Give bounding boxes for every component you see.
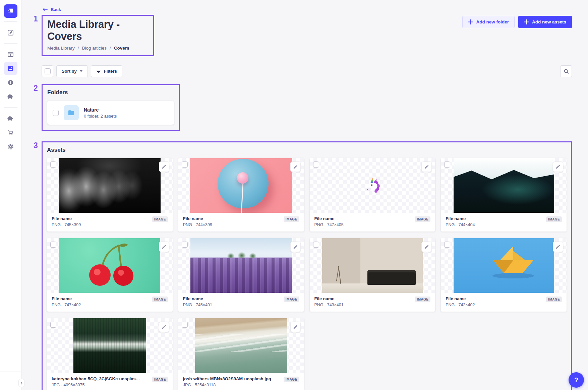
- select-all-checkbox[interactable]: [45, 68, 51, 74]
- strapi-logo[interactable]: [4, 4, 17, 18]
- filters-button[interactable]: Filters: [91, 65, 122, 77]
- sidebar-item-documentation[interactable]: [4, 76, 17, 89]
- sort-by-button[interactable]: Sort by: [56, 65, 88, 77]
- asset-thumbnail-lollipop: [178, 158, 304, 213]
- asset-card: File name PNG - 744×399 IMAGE: [178, 158, 304, 232]
- asset-edit-button[interactable]: [290, 161, 301, 172]
- annotation-box-1: 1 Media Library - Covers Media Library /…: [42, 15, 154, 56]
- plus-icon: [524, 19, 529, 24]
- filter-icon: [96, 69, 101, 73]
- sidebar-item-marketplace-plugins[interactable]: [4, 112, 17, 125]
- asset-checkbox[interactable]: [50, 161, 56, 168]
- asset-checkbox[interactable]: [444, 161, 450, 168]
- asset-edit-button[interactable]: [421, 161, 432, 172]
- breadcrumb: Media Library / Blog articles / Covers: [47, 46, 149, 51]
- asset-edit-button[interactable]: [553, 161, 563, 172]
- sort-by-label: Sort by: [62, 69, 77, 74]
- arrow-left-icon: [43, 7, 48, 11]
- pencil-icon: [424, 244, 429, 249]
- asset-edit-button[interactable]: [290, 322, 301, 332]
- folder-card-nature[interactable]: Nature 0 folder, 2 assets: [47, 101, 174, 125]
- asset-checkbox[interactable]: [182, 242, 188, 248]
- asset-name: File name: [446, 216, 475, 221]
- asset-edit-button[interactable]: [159, 322, 169, 332]
- sidebar-divider: [4, 21, 17, 22]
- asset-edit-button[interactable]: [553, 242, 563, 252]
- asset-thumbnail-iceberg: [441, 158, 567, 213]
- assets-heading: Assets: [47, 147, 567, 153]
- asset-name: File name: [446, 296, 475, 301]
- asset-thumbnail-lavender: [178, 238, 304, 293]
- asset-meta: JPG - 4096×3075: [52, 383, 142, 387]
- asset-edit-button[interactable]: [421, 242, 432, 252]
- asset-edit-button[interactable]: [159, 242, 169, 252]
- asset-thumbnail-band-photo: [47, 158, 173, 213]
- asset-meta: PNG - 745×399: [52, 222, 81, 227]
- add-new-folder-label: Add new folder: [476, 19, 509, 24]
- sidebar-item-plugins[interactable]: [4, 90, 17, 103]
- gear-icon: [7, 143, 14, 150]
- filters-label: Filters: [104, 69, 117, 74]
- folders-heading: Folders: [47, 89, 174, 96]
- breadcrumb-media-library[interactable]: Media Library: [47, 46, 75, 51]
- info-icon: [7, 79, 14, 86]
- asset-edit-button[interactable]: [290, 242, 301, 252]
- forest-lake-image: [73, 318, 146, 373]
- breadcrumb-blog-articles[interactable]: Blog articles: [82, 46, 107, 51]
- folder-info: Nature 0 folder, 2 assets: [84, 107, 117, 119]
- asset-thumbnail-forest-lake: [47, 318, 173, 373]
- asset-card: kateryna-kokhan-5CQ_3CjSGKc-unsplash.jpg…: [47, 318, 173, 390]
- asset-checkbox[interactable]: [444, 242, 450, 248]
- asset-card: File name PNG - 743×401 IMAGE: [310, 238, 435, 312]
- asset-name: File name: [52, 296, 81, 301]
- asset-thumbnail-beach-aerial: [178, 318, 304, 373]
- sidebar-item-media-library[interactable]: [4, 62, 17, 75]
- cherries-art: [59, 238, 160, 293]
- asset-type-badge: IMAGE: [152, 377, 168, 382]
- asset-type-badge: IMAGE: [415, 216, 430, 222]
- assets-grid: File name PNG - 745×399 IMAGE: [47, 158, 567, 390]
- sidebar-divider: [4, 107, 17, 108]
- sidebar-item-marketplace[interactable]: [4, 126, 17, 139]
- asset-edit-button[interactable]: [159, 161, 169, 172]
- select-all-checkbox-button[interactable]: [42, 65, 53, 77]
- asset-checkbox[interactable]: [182, 161, 188, 168]
- add-new-assets-button[interactable]: Add new assets: [518, 16, 572, 28]
- section-divider: [42, 137, 572, 137]
- annotation-box-2: 2 Folders Nature 0 folder, 2 assets: [42, 84, 180, 131]
- main-content: Back 1 Media Library - Covers Media Libr…: [21, 0, 588, 390]
- asset-checkbox[interactable]: [313, 242, 319, 248]
- annotation-label-3: 3: [34, 141, 38, 150]
- sidebar-item-settings[interactable]: [4, 140, 17, 153]
- beach-aerial-image: [195, 318, 287, 373]
- asset-meta: PNG - 744×399: [183, 222, 212, 227]
- folder-checkbox[interactable]: [53, 110, 59, 116]
- asset-card: File name PNG - 745×401 IMAGE: [178, 238, 304, 312]
- asset-thumbnail-paper-boat: [441, 238, 567, 293]
- sidebar-item-content-manager[interactable]: [4, 26, 17, 39]
- asset-name: josh-withers-MBNx8O2S9AM-unsplash.jpg: [183, 376, 271, 381]
- back-link[interactable]: Back: [43, 7, 61, 12]
- add-new-folder-button[interactable]: Add new folder: [462, 16, 515, 28]
- band-photo-image: [59, 158, 161, 213]
- folder-name: Nature: [84, 107, 117, 113]
- folder-icon: [67, 109, 75, 117]
- search-button[interactable]: [560, 65, 572, 77]
- asset-name: kateryna-kokhan-5CQ_3CjSGKc-unsplash.jpg: [52, 376, 142, 381]
- puzzle-icon: [7, 93, 14, 100]
- asset-checkbox[interactable]: [182, 322, 188, 328]
- sidebar-collapse-button[interactable]: [18, 379, 24, 387]
- asset-card: File name PNG - 744×404 IMAGE: [441, 158, 567, 232]
- paper-boat-art: [454, 238, 554, 293]
- asset-checkbox[interactable]: [313, 161, 319, 168]
- asset-meta: PNG - 742×402: [446, 303, 475, 307]
- asset-checkbox[interactable]: [50, 322, 56, 328]
- help-button[interactable]: ?: [569, 372, 584, 388]
- paper-boat-image: [454, 238, 554, 293]
- sidebar-item-content-type-builder[interactable]: [4, 48, 17, 61]
- asset-checkbox[interactable]: [50, 242, 56, 248]
- media-library-icon: [7, 65, 14, 72]
- asset-card: File name PNG - 747×405 IMAGE: [310, 158, 435, 232]
- lavender-field-image: [190, 238, 292, 293]
- back-label: Back: [51, 7, 61, 12]
